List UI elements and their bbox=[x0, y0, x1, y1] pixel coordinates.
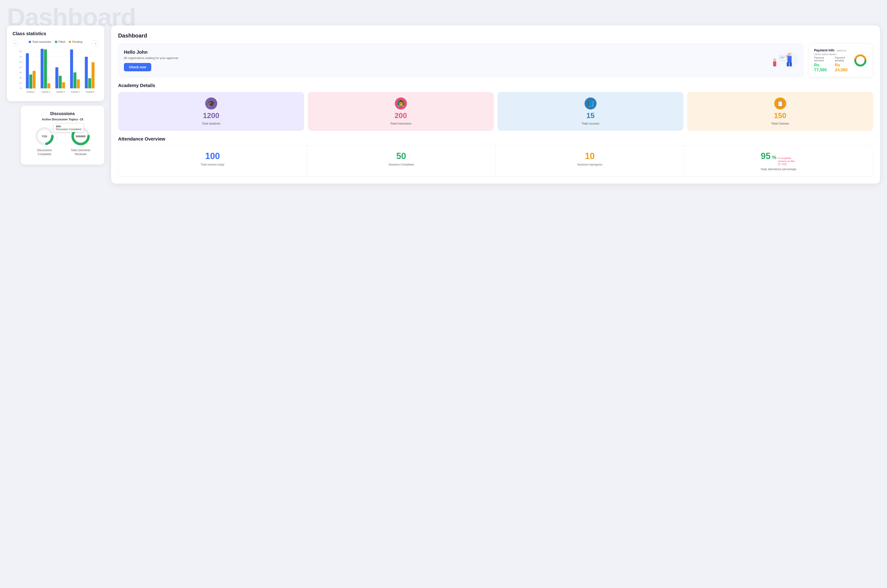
svg-text:Course 1: Course 1 bbox=[26, 91, 35, 93]
chart-prev-button[interactable]: ‹ bbox=[12, 40, 19, 46]
svg-rect-18 bbox=[33, 71, 36, 88]
svg-text:Course 5: Course 5 bbox=[86, 91, 94, 93]
svg-point-44 bbox=[788, 52, 791, 56]
svg-rect-26 bbox=[62, 82, 65, 88]
chart-legend: Total vacancies Filled Pending bbox=[29, 40, 83, 44]
discussions-card: Discussions Active Discussion Topics -15… bbox=[21, 106, 104, 165]
att-pct-desc: In completed sessions on Mar 23, 2021. bbox=[778, 157, 797, 166]
att-sessions-completed: 50 Sessions Completed bbox=[307, 146, 496, 176]
svg-rect-17 bbox=[29, 75, 32, 88]
payment-amounts: Payment received Rs 77,580 Payment pendi… bbox=[814, 56, 850, 72]
students-label: Total students bbox=[202, 122, 220, 125]
academy-card-classes: 📋 150 Total Classes bbox=[687, 92, 873, 131]
academy-card-instructors: 👨‍🏫 200 Total Instructors bbox=[308, 92, 494, 131]
top-row: Hello John 80 registrations waiting for … bbox=[118, 44, 873, 77]
svg-text:70: 70 bbox=[20, 56, 22, 58]
courses-label: Total courses bbox=[582, 122, 599, 125]
academy-card-students: 🎓 1200 Total students bbox=[118, 92, 304, 131]
svg-rect-16 bbox=[26, 53, 29, 88]
legend-vacancies: Total vacancies bbox=[29, 40, 51, 44]
att-session-today-number: 100 bbox=[205, 151, 220, 161]
svg-rect-51 bbox=[773, 62, 776, 66]
svg-text:7/15: 7/15 bbox=[42, 135, 47, 138]
chart-navigation: ‹ Total vacancies Filled Pending bbox=[12, 40, 99, 46]
legend-label-vacancies: Total vacancies bbox=[32, 40, 51, 44]
instructors-icon: 👨‍🏫 bbox=[395, 98, 407, 110]
svg-text:50: 50 bbox=[20, 66, 22, 69]
discussion-tooltip: 50% Discussion Completed bbox=[54, 123, 84, 132]
welcome-text: Hello John 80 registrations waiting for … bbox=[124, 50, 178, 71]
svg-rect-34 bbox=[92, 62, 95, 88]
att-session-today: 100 Total session today bbox=[119, 146, 307, 176]
svg-text:40: 40 bbox=[20, 71, 22, 74]
comments-label: Total commentsRecieved bbox=[71, 148, 90, 156]
payment-card: Payment Info based on current active cla… bbox=[808, 44, 873, 77]
svg-rect-33 bbox=[88, 78, 91, 88]
dashboard-panel-title: Dashboard bbox=[118, 32, 873, 39]
att-sessions-inprogress-label: Sessions Inprogress bbox=[577, 163, 602, 166]
legend-filled: Filled bbox=[55, 40, 65, 44]
payment-received-label: Payment received bbox=[814, 56, 829, 62]
payment-received: Payment received Rs 77,580 bbox=[814, 56, 829, 72]
att-sessions-inprogress: 10 Sessions Inprogress bbox=[495, 146, 684, 176]
discussions-completed-donut: 7/15 DiscussionsCompleted bbox=[34, 126, 55, 156]
svg-text:30: 30 bbox=[20, 76, 22, 79]
classes-icon: 📋 bbox=[774, 98, 786, 110]
academy-grid: 🎓 1200 Total students 👨‍🏫 200 Total Inst… bbox=[118, 92, 873, 131]
svg-rect-30 bbox=[77, 80, 80, 88]
classes-count: 150 bbox=[774, 111, 786, 120]
att-pct-sign: % bbox=[772, 154, 776, 160]
svg-rect-28 bbox=[70, 50, 73, 88]
svg-rect-25 bbox=[59, 76, 62, 88]
academy-section-title: Academy Details bbox=[118, 83, 873, 88]
active-topics: Active Discussion Topics -15 bbox=[26, 118, 99, 121]
legend-pending: Pending bbox=[69, 40, 83, 44]
svg-text:60: 60 bbox=[20, 61, 22, 63]
attendance-section-title: Attendance Overview bbox=[118, 136, 873, 142]
svg-text:10: 10 bbox=[20, 87, 22, 89]
class-statistics-card: Class statistics ‹ Total vacancies Fille… bbox=[7, 26, 104, 101]
svg-text:Course 2: Course 2 bbox=[42, 91, 50, 93]
svg-rect-29 bbox=[74, 72, 77, 88]
payment-info: Payment Info based on current active cla… bbox=[814, 48, 850, 72]
att-sessions-inprogress-number: 10 bbox=[585, 151, 595, 161]
svg-rect-22 bbox=[48, 83, 51, 88]
att-daily-percentage: 95 % In completed sessions on Mar 23, 20… bbox=[684, 146, 873, 176]
svg-rect-21 bbox=[44, 50, 47, 88]
academy-card-courses: 📘 15 Total courses bbox=[497, 92, 683, 131]
svg-rect-20 bbox=[41, 49, 44, 88]
svg-rect-45 bbox=[787, 62, 789, 66]
legend-dot-pending bbox=[69, 41, 71, 43]
svg-rect-32 bbox=[85, 57, 88, 88]
payment-pending-label: Payment pending bbox=[835, 56, 850, 62]
courses-count: 15 bbox=[586, 111, 595, 120]
payment-donut bbox=[853, 54, 867, 68]
svg-text:20: 20 bbox=[20, 82, 22, 84]
completed-label: DiscussionsCompleted bbox=[37, 148, 52, 156]
legend-label-pending: Pending bbox=[72, 40, 83, 44]
discussions-title: Discussions bbox=[26, 111, 99, 116]
svg-text:550/600: 550/600 bbox=[76, 135, 86, 138]
completed-donut-svg: 7/15 bbox=[34, 126, 55, 147]
students-count: 1200 bbox=[203, 111, 219, 120]
svg-text:80: 80 bbox=[20, 50, 22, 52]
payment-pending: Payment pending Rs 24,580 bbox=[835, 56, 850, 72]
courses-icon: 📘 bbox=[585, 98, 597, 110]
svg-point-50 bbox=[773, 58, 776, 62]
welcome-card: Hello John 80 registrations waiting for … bbox=[118, 44, 804, 77]
payment-info-title: Payment Info based on current active cla… bbox=[814, 48, 850, 56]
chart-next-button[interactable]: › bbox=[92, 40, 99, 46]
att-daily-label: Daily attendance percentage bbox=[761, 168, 796, 171]
check-now-button[interactable]: Check now bbox=[124, 63, 151, 71]
svg-rect-47 bbox=[779, 56, 786, 60]
att-percentage-display: 95 % In completed sessions on Mar 23, 20… bbox=[761, 151, 797, 166]
legend-dot-vacancies bbox=[29, 41, 31, 43]
svg-rect-43 bbox=[787, 56, 792, 63]
classes-label: Total Classes bbox=[771, 122, 789, 125]
dashboard-panel: Dashboard Hello John 80 registrations wa… bbox=[111, 26, 880, 184]
instructors-count: 200 bbox=[395, 111, 407, 120]
welcome-greeting: Hello John bbox=[124, 50, 178, 55]
att-pct-number: 95 bbox=[761, 151, 770, 161]
instructors-label: Total Instructors bbox=[390, 122, 411, 125]
students-icon: 🎓 bbox=[205, 98, 217, 110]
